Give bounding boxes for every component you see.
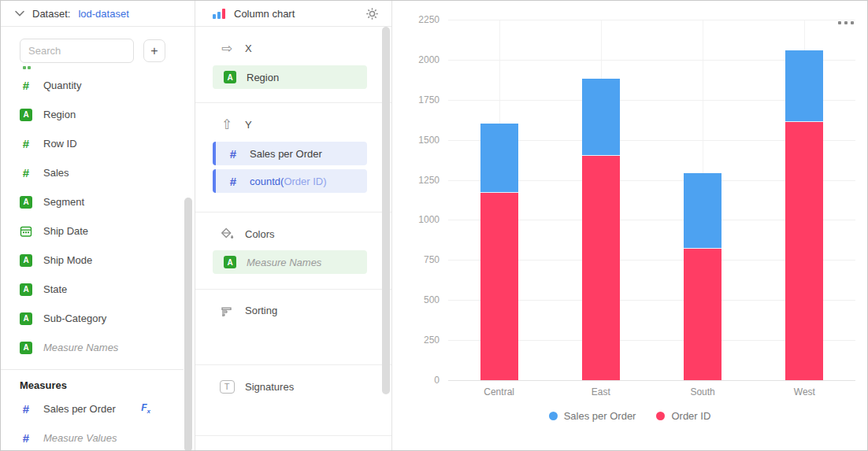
bar-segment-order-id-east[interactable] bbox=[582, 156, 620, 380]
section-x: ⇨ X A Region bbox=[195, 27, 391, 103]
field-label: Sales bbox=[43, 167, 69, 179]
arrow-up-icon: ⇧ bbox=[219, 118, 235, 131]
section-y-label: Y bbox=[245, 119, 252, 131]
section-y-header: ⇧ Y bbox=[213, 103, 367, 142]
y-axis-tick: 1000 bbox=[392, 214, 440, 225]
x-axis-category-label: South bbox=[652, 386, 754, 397]
measure-list: #Sales per OrderFx#Measure Values bbox=[1, 394, 195, 450]
bar-segment-sales-per-order-south[interactable] bbox=[684, 173, 721, 249]
bar-segment-order-id-south[interactable] bbox=[684, 249, 721, 380]
y-axis-tick: 0 bbox=[392, 375, 440, 386]
bar-segment-order-id-west[interactable] bbox=[785, 122, 823, 380]
bar-segment-order-id-central[interactable] bbox=[480, 193, 518, 380]
dataset-label: Dataset: bbox=[32, 8, 70, 20]
section-x-label: X bbox=[245, 43, 252, 54]
chevron-down-icon[interactable] bbox=[15, 10, 24, 17]
chart-type-header[interactable]: Column chart bbox=[195, 1, 391, 27]
bar-segment-sales-per-order-west[interactable] bbox=[785, 50, 823, 123]
section-sorting-header[interactable]: Sorting bbox=[213, 290, 367, 327]
dimension-list: #QuantityARegion#Row ID#SalesASegmentShi… bbox=[1, 71, 195, 362]
column-chart-icon bbox=[213, 9, 225, 19]
bar-segment-sales-per-order-central[interactable] bbox=[480, 124, 518, 193]
field-item-measure-names[interactable]: AMeasure Names bbox=[1, 333, 195, 362]
field-label: Region bbox=[43, 109, 76, 120]
chart-type-label: Column chart bbox=[234, 8, 295, 20]
field-item-sales-per-order[interactable]: #Sales per OrderFx bbox=[1, 394, 195, 423]
field-item-region[interactable]: ARegion bbox=[1, 100, 195, 129]
legend-label: Order ID bbox=[671, 410, 710, 422]
y-field-formula-label: countd(Order ID) bbox=[250, 176, 327, 187]
field-item-measure-values[interactable]: #Measure Values bbox=[1, 423, 195, 450]
section-x-header: ⇨ X bbox=[213, 27, 367, 65]
y-axis-tick: 1500 bbox=[392, 135, 440, 146]
string-type-icon: A bbox=[20, 196, 32, 209]
field-item-sub-category[interactable]: ASub-Category bbox=[1, 304, 195, 333]
number-type-icon: # bbox=[20, 79, 32, 92]
section-signatures-header[interactable]: T Signatures bbox=[213, 365, 367, 404]
number-type-icon: # bbox=[20, 166, 32, 179]
section-colors: Colors A Measure Names bbox=[195, 213, 391, 290]
measures-header: Measures bbox=[1, 370, 195, 394]
field-label: Sub-Category bbox=[43, 312, 106, 324]
string-type-icon: A bbox=[20, 109, 32, 121]
number-type-icon: # bbox=[227, 175, 239, 188]
paint-bucket-icon bbox=[219, 227, 235, 240]
string-type-icon: A bbox=[20, 342, 32, 354]
x-field-label: Region bbox=[247, 72, 279, 83]
dataset-panel: Dataset: lod-dataset + #QuantityARegion#… bbox=[1, 1, 195, 450]
section-signatures: T Signatures bbox=[195, 365, 391, 436]
section-colors-header: Colors bbox=[213, 213, 367, 250]
left-panel-scrollbar[interactable] bbox=[184, 198, 192, 450]
field-label: Ship Mode bbox=[43, 254, 92, 266]
legend-item-order-id[interactable]: Order ID bbox=[656, 410, 710, 422]
text-signatures-icon: T bbox=[219, 380, 235, 394]
number-type-icon: # bbox=[20, 431, 32, 445]
y-axis-tick: 500 bbox=[392, 294, 440, 305]
y-field-label: Sales per Order bbox=[250, 148, 322, 160]
section-signatures-label: Signatures bbox=[245, 381, 294, 393]
add-field-button[interactable]: + bbox=[143, 39, 165, 62]
field-item-segment[interactable]: ASegment bbox=[1, 187, 195, 216]
bar-segment-sales-per-order-east[interactable] bbox=[582, 79, 620, 156]
legend-color-dot bbox=[549, 412, 558, 420]
x-axis-category-label: East bbox=[550, 386, 651, 397]
y-axis-tick: 250 bbox=[392, 335, 440, 346]
section-y: ⇧ Y # Sales per Order # countd(Order ID) bbox=[195, 103, 391, 213]
legend-label: Sales per Order bbox=[564, 410, 636, 422]
y-axis-tick: 2250 bbox=[392, 14, 440, 25]
colors-field-measure-names[interactable]: A Measure Names bbox=[213, 250, 367, 274]
gridline bbox=[448, 20, 855, 20]
config-panel-scrollbar[interactable] bbox=[382, 27, 390, 394]
search-row: + bbox=[1, 27, 195, 63]
formula-icon[interactable]: Fx bbox=[141, 402, 150, 415]
plot-area: 0250500750100012501500175020002250Centra… bbox=[392, 1, 867, 450]
y-axis-tick: 1250 bbox=[392, 175, 440, 186]
field-label: Ship Date bbox=[43, 225, 88, 237]
field-label: Measure Names bbox=[43, 342, 118, 353]
colors-field-label: Measure Names bbox=[247, 257, 321, 268]
arrow-right-icon: ⇨ bbox=[219, 42, 235, 55]
field-item-row-id[interactable]: #Row ID bbox=[1, 129, 195, 158]
gear-icon[interactable] bbox=[365, 7, 379, 20]
dataset-name-link[interactable]: lod-dataset bbox=[78, 8, 128, 20]
field-item-state[interactable]: AState bbox=[1, 275, 195, 304]
string-type-icon: A bbox=[224, 256, 236, 268]
x-field-region[interactable]: A Region bbox=[213, 65, 367, 89]
date-type-icon bbox=[20, 225, 32, 238]
y-field-countd-order-id[interactable]: # countd(Order ID) bbox=[213, 169, 367, 193]
field-item-sales[interactable]: #Sales bbox=[1, 158, 195, 187]
legend-item-sales-per-order[interactable]: Sales per Order bbox=[549, 410, 636, 422]
field-label: Segment bbox=[43, 196, 84, 208]
field-item-ship-mode[interactable]: AShip Mode bbox=[1, 246, 195, 275]
legend-color-dot bbox=[656, 412, 665, 420]
string-type-icon: A bbox=[20, 254, 32, 267]
y-axis-tick: 750 bbox=[392, 254, 440, 265]
y-axis-tick: 1750 bbox=[392, 94, 440, 105]
chart-config-panel: Column chart ⇨ X A Region ⇧ Y # Sales pe… bbox=[195, 1, 392, 450]
number-type-icon: # bbox=[20, 137, 32, 150]
search-input[interactable] bbox=[20, 39, 134, 63]
y-field-sales-per-order[interactable]: # Sales per Order bbox=[213, 142, 367, 165]
field-item-quantity[interactable]: #Quantity bbox=[1, 71, 195, 100]
sorting-icon bbox=[219, 305, 235, 316]
field-item-ship-date[interactable]: Ship Date bbox=[1, 216, 195, 246]
